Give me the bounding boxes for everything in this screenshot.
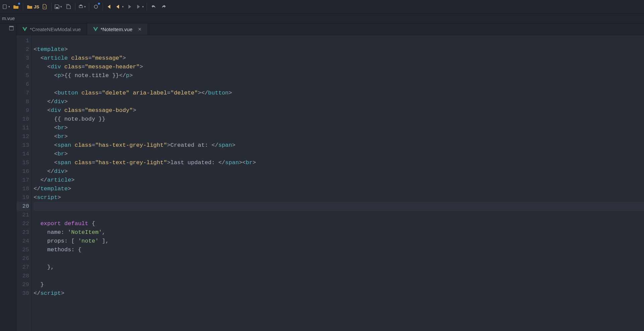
code-line[interactable]: <p>{{ note.title }}</p> bbox=[34, 71, 644, 80]
code-editor[interactable]: 1234567891011121314151617181920212223242… bbox=[16, 35, 644, 331]
code-line[interactable] bbox=[34, 211, 644, 219]
code-line[interactable] bbox=[34, 37, 644, 45]
code-line[interactable]: <div class="message-body"> bbox=[34, 106, 644, 115]
code-line[interactable]: </div> bbox=[34, 97, 644, 106]
tab-label: *CreateNEwModal.vue bbox=[30, 26, 81, 32]
code-line[interactable]: props: [ 'note' ], bbox=[34, 237, 644, 246]
main-toolbar: JS + bbox=[0, 0, 644, 14]
code-line[interactable] bbox=[34, 254, 644, 263]
forward-icon[interactable] bbox=[125, 2, 135, 11]
breadcrumb-text: m.vue bbox=[2, 16, 15, 21]
sync-icon[interactable] bbox=[91, 2, 101, 11]
code-line[interactable]: <template> bbox=[34, 45, 644, 54]
code-line[interactable] bbox=[34, 80, 644, 89]
code-line[interactable]: }, bbox=[34, 263, 644, 272]
redo-icon[interactable] bbox=[159, 2, 168, 11]
js-label: JS bbox=[34, 4, 39, 9]
new-menu-icon[interactable] bbox=[1, 2, 11, 11]
open-folder-icon[interactable] bbox=[11, 2, 21, 11]
save-all-icon[interactable] bbox=[64, 2, 73, 11]
code-line[interactable]: <article class="message"> bbox=[34, 54, 644, 63]
line-number-gutter: 1234567891011121314151617181920212223242… bbox=[16, 35, 32, 331]
save-icon[interactable] bbox=[54, 2, 63, 11]
side-gutter bbox=[0, 23, 16, 331]
back-menu-icon[interactable] bbox=[115, 2, 124, 11]
code-line[interactable]: name: 'NoteItem', bbox=[34, 228, 644, 237]
code-line[interactable]: export default { bbox=[34, 219, 644, 228]
code-line[interactable]: <span class="has-text-grey-light">Create… bbox=[34, 141, 644, 150]
undo-icon[interactable] bbox=[149, 2, 158, 11]
forward-menu-icon[interactable] bbox=[135, 2, 145, 11]
code-line[interactable]: {{ note.body }} bbox=[34, 115, 644, 124]
code-line[interactable] bbox=[34, 202, 644, 211]
svg-rect-3 bbox=[79, 6, 83, 8]
svg-rect-4 bbox=[80, 5, 82, 6]
svg-text:+: + bbox=[44, 6, 46, 9]
code-line[interactable]: </script> bbox=[34, 289, 644, 298]
code-line[interactable]: <br> bbox=[34, 150, 644, 158]
code-line[interactable]: } bbox=[34, 280, 644, 289]
back-icon[interactable] bbox=[105, 2, 114, 11]
editor-tab[interactable]: *CreateNEwModal.vue bbox=[16, 23, 87, 35]
breadcrumb: m.vue bbox=[0, 14, 644, 23]
print-icon[interactable] bbox=[77, 2, 87, 11]
editor-tab[interactable]: *NoteItem.vue✕ bbox=[87, 23, 148, 35]
code-line[interactable]: <br> bbox=[34, 132, 644, 141]
code-line[interactable] bbox=[34, 272, 644, 280]
code-line[interactable]: <script> bbox=[34, 193, 644, 202]
svg-rect-2 bbox=[56, 7, 58, 8]
svg-rect-7 bbox=[9, 26, 13, 27]
code-line[interactable]: </div> bbox=[34, 167, 644, 176]
tab-label: *NoteItem.vue bbox=[101, 26, 132, 32]
open-folder-js-icon[interactable] bbox=[25, 2, 35, 11]
code-line[interactable]: <div class="message-header"> bbox=[34, 63, 644, 71]
code-line[interactable]: </template> bbox=[34, 185, 644, 193]
code-line[interactable]: </article> bbox=[34, 176, 644, 185]
svg-rect-0 bbox=[3, 5, 6, 9]
close-tab-icon[interactable]: ✕ bbox=[138, 27, 142, 32]
code-line[interactable]: methods: { bbox=[34, 246, 644, 254]
code-line[interactable]: <span class="has-text-grey-light">last u… bbox=[34, 158, 644, 167]
code-content[interactable]: <template> <article class="message"> <di… bbox=[32, 35, 644, 331]
code-line[interactable]: <br> bbox=[34, 124, 644, 132]
code-line[interactable]: <button class="delete" aria-label="delet… bbox=[34, 89, 644, 97]
new-file-js-icon[interactable]: + bbox=[40, 2, 49, 11]
editor-tabbar: *CreateNEwModal.vue*NoteItem.vue✕ bbox=[16, 23, 644, 35]
svg-point-5 bbox=[94, 5, 98, 8]
restore-editor-icon[interactable] bbox=[9, 25, 14, 331]
